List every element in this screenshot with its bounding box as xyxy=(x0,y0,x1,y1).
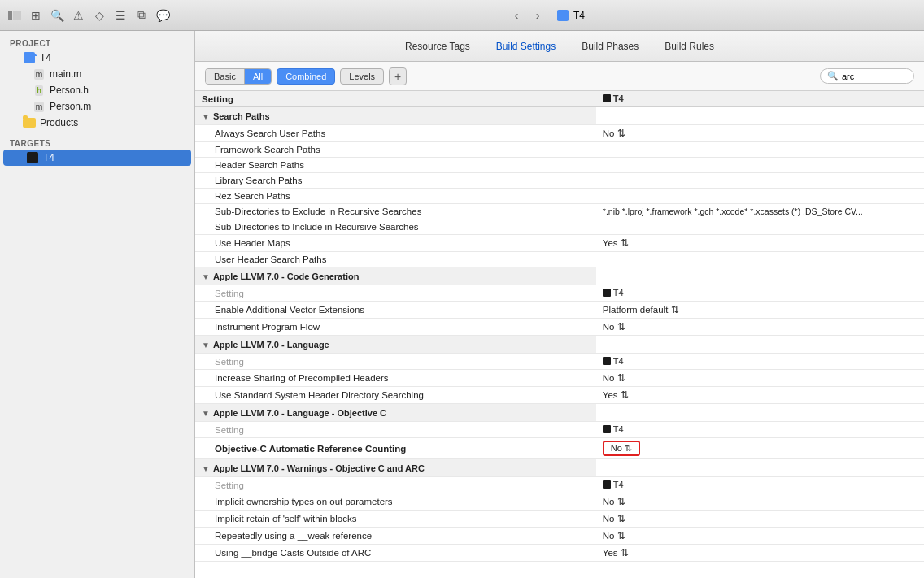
col-header-row: Setting T4 xyxy=(195,91,924,107)
search-input[interactable] xyxy=(842,72,907,81)
project-section-header: PROJECT xyxy=(0,36,194,50)
combined-button[interactable]: Combined xyxy=(277,68,335,85)
settings-table: Setting T4 ▼ Search Paths Always Search … xyxy=(195,91,924,562)
targets-section-header: TARGETS xyxy=(0,136,194,150)
table-row: Rez Search Paths xyxy=(195,189,924,204)
settings-toolbar: Basic All Combined Levels + 🔍 xyxy=(195,62,924,91)
warning-icon[interactable]: ⚠ xyxy=(70,7,86,24)
project-icon xyxy=(557,10,569,21)
table-row: Sub-Directories to Exclude in Recursive … xyxy=(195,204,924,219)
tab-build-phases[interactable]: Build Phases xyxy=(569,36,652,57)
link-icon[interactable]: ⧉ xyxy=(133,7,150,24)
tab-bar: Resource Tags Build Settings Build Phase… xyxy=(195,31,924,62)
search-icon[interactable]: 🔍 xyxy=(49,7,65,24)
add-setting-button[interactable]: + xyxy=(389,67,407,85)
sidebar-item-products[interactable]: Products xyxy=(0,115,194,131)
table-row: Increase Sharing of Precompiled Headers … xyxy=(195,370,924,387)
section-code-gen: ▼ Apple LLVM 7.0 - Code Generation xyxy=(195,267,924,285)
sidebar-item-person-m[interactable]: m Person.m xyxy=(0,98,194,115)
folder-icon xyxy=(23,116,36,129)
table-row: Using __bridge Casts Outside of ARC Yes … xyxy=(195,545,924,562)
table-row: Enable Additional Vector Extensions Plat… xyxy=(195,302,924,319)
col-target: T4 xyxy=(596,91,924,107)
section-lang-objc: ▼ Apple LLVM 7.0 - Language - Objective … xyxy=(195,404,924,422)
table-row: Library Search Paths xyxy=(195,173,924,189)
table-row: Setting T4 xyxy=(195,422,924,438)
tab-build-rules[interactable]: Build Rules xyxy=(652,36,727,57)
collapse-icon[interactable]: ▼ xyxy=(202,409,210,418)
m-file-icon: m xyxy=(33,67,46,80)
table-row: Objective-C Automatic Reference Counting… xyxy=(195,438,924,459)
sidebar-item-target-t4[interactable]: T4 xyxy=(3,150,191,166)
sidebar: PROJECT T4 m main.m h Person.h m Person.… xyxy=(0,31,195,578)
table-row: Use Header Maps Yes ⇅ xyxy=(195,235,924,252)
search-icon: 🔍 xyxy=(827,71,839,81)
col-setting: Setting xyxy=(195,91,596,107)
table-row: Use Standard System Header Directory Sea… xyxy=(195,387,924,404)
diamond-icon[interactable]: ◇ xyxy=(91,7,107,24)
table-row: User Header Search Paths xyxy=(195,252,924,267)
toolbar: ⊞ 🔍 ⚠ ◇ ☰ ⧉ 💬 ‹ › T4 xyxy=(0,0,924,31)
svg-rect-1 xyxy=(13,11,21,20)
window-title: T4 xyxy=(573,10,585,21)
table-row: Setting T4 xyxy=(195,285,924,302)
back-icon[interactable]: ‹ xyxy=(508,7,525,24)
filter-group: Basic All xyxy=(205,68,272,85)
section-language: ▼ Apple LLVM 7.0 - Language xyxy=(195,336,924,354)
collapse-icon[interactable]: ▼ xyxy=(202,272,210,281)
section-warnings-arc: ▼ Apple LLVM 7.0 - Warnings - Objective … xyxy=(195,459,924,477)
collapse-icon[interactable]: ▼ xyxy=(202,464,210,473)
sidebar-item-main-m[interactable]: m main.m xyxy=(0,66,194,82)
all-button[interactable]: All xyxy=(245,69,271,84)
project-file-icon xyxy=(23,51,36,64)
table-row: Always Search User Paths No ⇅ xyxy=(195,125,924,142)
table-row: Setting T4 xyxy=(195,354,924,370)
basic-button[interactable]: Basic xyxy=(206,69,245,84)
table-row: Implicit ownership types on out paramete… xyxy=(195,493,924,511)
chat-icon[interactable]: 💬 xyxy=(155,7,171,24)
search-bar: 🔍 xyxy=(820,68,914,84)
table-row: Sub-Directories to Include in Recursive … xyxy=(195,219,924,235)
right-panel: Resource Tags Build Settings Build Phase… xyxy=(195,31,924,578)
arc-highlighted-value[interactable]: No ⇅ xyxy=(603,441,640,456)
grid-icon[interactable]: ⊞ xyxy=(28,7,44,24)
m-file-icon2: m xyxy=(33,100,46,113)
levels-button[interactable]: Levels xyxy=(340,68,384,85)
table-row: Setting T4 xyxy=(195,477,924,493)
sidebar-item-project[interactable]: T4 xyxy=(0,50,194,66)
svg-rect-0 xyxy=(8,11,12,20)
h-file-icon: h xyxy=(33,84,46,97)
table-row: Header Search Paths xyxy=(195,158,924,173)
sidebar-item-person-h[interactable]: h Person.h xyxy=(0,82,194,98)
table-row: Repeatedly using a __weak reference No ⇅ xyxy=(195,528,924,545)
collapse-icon[interactable]: ▼ xyxy=(202,112,210,121)
target-icon xyxy=(26,151,39,164)
tab-resource-tags[interactable]: Resource Tags xyxy=(392,36,483,57)
table-row: Instrument Program Flow No ⇅ xyxy=(195,319,924,336)
list-icon[interactable]: ☰ xyxy=(112,7,129,24)
section-search-paths: ▼ Search Paths xyxy=(195,107,924,125)
table-row: Framework Search Paths xyxy=(195,142,924,158)
sidebar-toggle-icon[interactable] xyxy=(7,7,23,24)
table-row: Implicit retain of 'self' within blocks … xyxy=(195,511,924,528)
collapse-icon[interactable]: ▼ xyxy=(202,341,210,350)
tab-build-settings[interactable]: Build Settings xyxy=(483,36,569,57)
settings-content: Setting T4 ▼ Search Paths Always Search … xyxy=(195,91,924,578)
forward-icon[interactable]: › xyxy=(530,7,546,24)
